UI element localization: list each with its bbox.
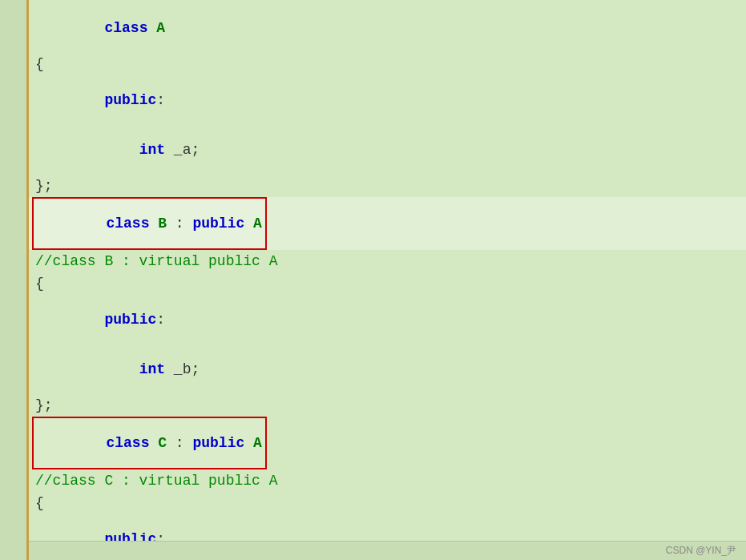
line-9-content: public: [35,296,165,344]
code-line-3: public: [29,75,746,125]
code-line-5: }; [29,175,746,197]
code-line-8: { [29,272,746,295]
line-13-content: //class C : virtual public A [35,473,277,489]
line-1-content: class A [35,4,165,52]
code-area: − class A { public: int _a; }; − [29,0,746,560]
line-11-content: }; [35,397,53,413]
line-5-content: }; [35,178,53,194]
line-2-content: { [35,56,44,72]
code-line-9: public: [29,295,746,344]
left-gutter [0,0,29,560]
line-4-content: int _a; [35,126,200,174]
code-line-7: //class B : virtual public A [29,250,746,272]
code-line-2: { [29,53,746,75]
line-12-content: class C : public A [32,417,267,469]
line-6-content: class B : public A [32,197,267,250]
line-10-content: int _b; [35,345,200,393]
code-line-4: int _a; [29,125,746,175]
line-8-content: { [35,276,44,292]
code-line-13: //class C : virtual public A [29,469,746,492]
code-line-6: − class B : public A [29,197,746,250]
bottom-bar: CSDN @YIN_尹 [29,541,746,560]
code-line-12: − class C : public A [29,417,746,469]
editor-container: − class A { public: int _a; }; − [0,0,746,560]
code-line-11: }; [29,394,746,417]
line-14-content: { [35,495,44,511]
watermark-text: CSDN @YIN_尹 [666,544,736,558]
line-7-content: //class B : virtual public A [35,253,277,269]
code-line-10: int _b; [29,344,746,394]
line-3-content: public: [35,76,165,124]
code-line-14: { [29,492,746,514]
code-line-1: − class A [29,3,746,53]
